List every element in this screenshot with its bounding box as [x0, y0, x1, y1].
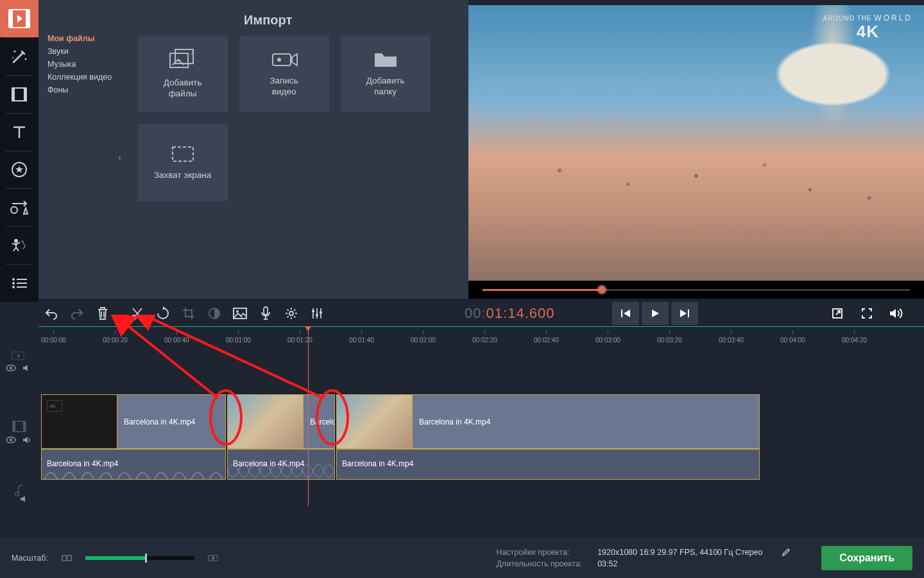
edit-settings-button[interactable]: [782, 548, 791, 557]
category-my-files[interactable]: Мои файлы: [47, 32, 116, 45]
nav-text[interactable]: [0, 114, 38, 151]
tile-label: Запись видео: [270, 76, 298, 98]
preview-area: AROUND THE WORLD 4K: [468, 0, 924, 299]
svg-marker-11: [15, 166, 23, 173]
settings-button[interactable]: [278, 301, 304, 326]
left-sidebar: [0, 0, 38, 302]
svg-rect-38: [316, 314, 318, 316]
preview-canvas[interactable]: AROUND THE WORLD 4K: [468, 5, 924, 281]
clip-label: Barcelona in 4K.mp4: [413, 417, 490, 426]
timeline-ruler[interactable]: 00:00:0000:00:2000:00:4000:01:0000:01:20…: [38, 326, 924, 343]
panel-title: Импорт: [244, 13, 292, 28]
rotate-button[interactable]: [150, 301, 176, 326]
ruler-mark: 00:00:20: [103, 331, 128, 344]
nav-filters[interactable]: [0, 76, 38, 113]
nav-stickers[interactable]: [0, 152, 38, 189]
delete-button[interactable]: [90, 301, 116, 326]
image-properties-button[interactable]: [227, 301, 253, 326]
svg-point-4: [14, 50, 16, 52]
svg-point-5: [25, 58, 27, 60]
svg-point-36: [289, 311, 293, 315]
volume-button[interactable]: [883, 302, 910, 325]
audio-clip[interactable]: Barcelona in 4K.mp4: [41, 449, 226, 480]
project-settings-value: 1920x1080 16:9 29.97 FPS, 44100 Гц Стере…: [597, 548, 762, 557]
nav-shapes[interactable]: [0, 189, 38, 226]
svg-marker-42: [652, 310, 659, 317]
footer: Масштаб: Настройки проекта: 1920x1080 16…: [0, 538, 924, 578]
svg-point-14: [14, 239, 18, 243]
timeline-tracks: 4K Barcelona in 4K.mp4 Barcelo Barcelona…: [0, 343, 924, 510]
nav-import[interactable]: [0, 0, 38, 37]
svg-rect-37: [312, 310, 314, 312]
import-tiles: ♪ Добавить файлы Запись видео Добавить п…: [125, 0, 468, 299]
svg-text:4K: 4K: [49, 403, 56, 409]
crop-button[interactable]: [176, 301, 201, 326]
ruler-mark: 00:00:00: [41, 331, 66, 344]
audio-clip[interactable]: Barcelona in 4K.mp4: [336, 449, 760, 480]
audio-clip[interactable]: Barcelona in 4K.mp4: [227, 449, 335, 480]
equalizer-button[interactable]: [304, 301, 330, 326]
svg-marker-60: [21, 496, 25, 502]
nav-motion[interactable]: [0, 227, 38, 264]
svg-marker-46: [890, 309, 896, 318]
zoom-in-button[interactable]: [206, 552, 220, 564]
color-adjust-button[interactable]: [201, 301, 227, 326]
project-duration-key: Длительность проекта:: [496, 559, 582, 568]
preview-tools: [824, 302, 910, 325]
svg-marker-57: [23, 437, 28, 443]
mute-icon[interactable]: [22, 435, 33, 444]
track-controls-music: [0, 492, 38, 506]
cut-button[interactable]: [124, 301, 150, 326]
play-button[interactable]: [642, 302, 669, 325]
category-backgrounds[interactable]: Фоны: [47, 83, 116, 96]
next-button[interactable]: [671, 302, 698, 325]
track-controls-video: [0, 433, 38, 447]
mute-icon[interactable]: [19, 495, 31, 504]
nav-more[interactable]: [0, 265, 38, 302]
zoom-out-button[interactable]: [60, 552, 74, 564]
svg-point-6: [12, 57, 13, 58]
redo-button[interactable]: [64, 301, 90, 326]
svg-point-17: [12, 282, 15, 285]
svg-marker-3: [17, 15, 22, 22]
ruler-mark: 00:01:40: [349, 331, 374, 344]
zoom-label: Масштаб:: [12, 554, 48, 563]
ruler-mark: 00:03:40: [719, 331, 744, 344]
playhead[interactable]: [308, 326, 309, 506]
tile-screen-capture[interactable]: Захват экрана: [138, 124, 228, 201]
svg-point-27: [277, 58, 281, 62]
video-clip[interactable]: 4K Barcelona in 4K.mp4: [41, 394, 226, 449]
svg-rect-16: [17, 279, 27, 280]
tile-record-video[interactable]: Запись видео: [239, 35, 329, 112]
prev-button[interactable]: [612, 302, 639, 325]
visibility-icon[interactable]: [5, 435, 17, 444]
clip-label: Barcelona in 4K.mp4: [233, 459, 304, 468]
nav-magic-fx[interactable]: [0, 38, 38, 75]
collapse-sidebar-button[interactable]: ‹: [114, 128, 126, 186]
fullscreen-button[interactable]: [853, 302, 880, 325]
svg-rect-18: [17, 283, 27, 284]
project-duration-value: 03:52: [597, 559, 762, 568]
visibility-icon[interactable]: [5, 363, 17, 372]
category-music[interactable]: Музыка: [47, 58, 116, 71]
svg-rect-33: [234, 308, 246, 319]
track-controls-overlay: [0, 361, 38, 375]
save-button[interactable]: Сохранить: [821, 546, 912, 570]
svg-rect-35: [264, 307, 268, 315]
zoom-slider[interactable]: [85, 556, 194, 560]
ruler-mark: 00:04:00: [780, 331, 805, 344]
svg-marker-51: [23, 365, 28, 371]
video-clip[interactable]: Barcelo: [227, 394, 335, 449]
undo-button[interactable]: [38, 301, 64, 326]
preview-seekbar[interactable]: [468, 281, 924, 299]
category-video-collection[interactable]: Коллекция видео: [47, 71, 116, 83]
ruler-mark: 00:02:40: [534, 331, 559, 344]
tile-add-folder[interactable]: Добавить папку: [341, 35, 431, 112]
popout-button[interactable]: [824, 302, 851, 325]
tile-add-files[interactable]: ♪ Добавить файлы: [138, 35, 228, 112]
voiceover-button[interactable]: [253, 301, 278, 326]
svg-marker-48: [17, 354, 21, 358]
video-clip[interactable]: Barcelona in 4K.mp4: [336, 394, 760, 449]
category-sounds[interactable]: Звуки: [47, 45, 116, 58]
mute-icon[interactable]: [22, 363, 33, 372]
